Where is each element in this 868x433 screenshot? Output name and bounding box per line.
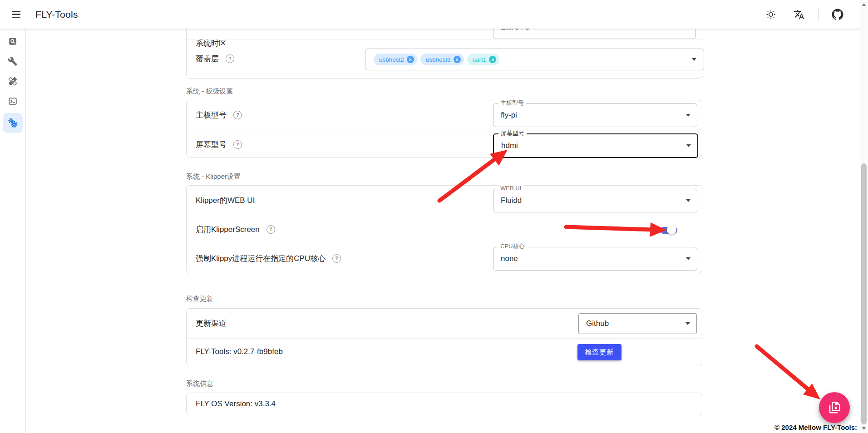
copyright-text: © 2024 Mellow FLY-Tools: [774,423,857,431]
section-system-info: 系统信息 [186,379,213,388]
healing-icon [8,76,18,86]
menu-icon[interactable] [7,5,25,24]
chip-close-icon[interactable]: × [454,56,461,63]
save-fab-button[interactable] [819,392,850,423]
help-icon[interactable]: ? [226,54,234,63]
terminal-icon [8,96,18,106]
chip-usbhost2[interactable]: usbhost2 × [374,54,417,65]
card-klipper-settings: Klipper的WEB UI WEB UI Fluidd 启用KlipperSc… [186,185,702,273]
board-model-label: 主板型号 [196,110,227,120]
cpu-core-select[interactable]: CPU核心 none [493,247,697,271]
chip-close-icon[interactable]: × [489,56,496,63]
sidebar-item-terminal[interactable] [3,91,23,111]
scrollbar-down-arrow[interactable] [862,427,866,430]
row-divider [187,215,702,215]
chevron-down-icon [692,58,696,61]
translate-icon[interactable] [790,5,808,24]
chevron-down-icon [686,199,690,202]
save-all-icon [827,400,842,415]
scrollbar-thumb[interactable] [861,163,867,424]
chip-close-icon[interactable]: × [407,56,414,63]
check-update-button[interactable]: 检查更新 [577,344,621,360]
scrollbar-up-arrow[interactable] [862,3,866,6]
row-divider [187,39,702,39]
overlay-label: 覆盖层 [196,54,219,64]
screen-model-select[interactable]: 屏幕型号 hdmi [493,133,698,158]
webui-select[interactable]: WEB UI Fluidd [493,189,697,212]
annotation-arrow-fab [757,346,810,391]
chevron-down-icon [686,114,690,117]
chip-uart1[interactable]: uart1 × [467,54,500,65]
appbar-divider [818,8,819,21]
help-icon[interactable]: ? [332,254,341,263]
sidebar [0,29,26,433]
section-klipper-settings: 系统 - Klipper设置 [186,172,241,181]
card-board-settings: 主板型号 ? 主板型号 fly-pi 屏幕型号 ? 屏幕型号 hdmi [186,100,702,157]
help-icon[interactable]: ? [233,111,242,119]
overlay-chips-field[interactable]: usbhost2 × usbhost3 × uart1 × [365,49,704,70]
chevron-down-icon [686,144,691,147]
screen-model-label: 屏幕型号 [196,139,227,150]
os-version-text: FLY OS Version: v3.3.4 [196,399,276,408]
wrench-icon [8,56,18,66]
klipperscreen-toggle-thumb[interactable] [667,225,676,235]
scrollbar [860,0,868,433]
card-update: 更新渠道 Github FLY-Tools: v0.2.7-fb9bfeb 检查… [186,308,702,366]
update-channel-label: 更新渠道 [196,318,227,329]
flytools-version-text: FLY-Tools: v0.2.7-fb9bfeb [196,347,283,356]
help-icon[interactable]: ? [233,140,242,149]
cpu-core-label: 强制Klippy进程运行在指定的CPU核心 [196,253,326,264]
fly-tools-settings-page: 系统时区 Etc/UTC 覆盖层 ? usbhost2 × usbhost3 ×… [0,0,868,433]
card-system-info: FLY OS Version: v3.3.4 [186,393,702,415]
chevron-down-icon [686,257,690,260]
row-divider [187,129,702,129]
section-board-settings: 系统 - 板级设置 [186,87,233,96]
file-search-icon [8,36,18,46]
row-divider [187,338,702,339]
theme-brightness-icon[interactable] [762,5,780,24]
sidebar-item-system-settings[interactable] [3,113,23,133]
chip-usbhost3[interactable]: usbhost3 × [420,54,464,65]
appbar: FLY-Tools [0,0,860,29]
section-check-update: 检查更新 [186,295,213,303]
webui-label: Klipper的WEB UI [196,195,255,206]
sidebar-item-tools[interactable] [3,51,23,71]
sidebar-item-healing[interactable] [3,71,23,91]
sidebar-item-file-search[interactable] [3,31,23,51]
update-channel-select[interactable]: Github [578,313,697,334]
settings-gears-icon [7,117,19,129]
github-icon[interactable] [829,5,847,24]
board-model-select[interactable]: 主板型号 fly-pi [493,103,697,127]
klipperscreen-label: 启用KlipperScreen [196,224,260,235]
row-divider [187,244,702,244]
help-icon[interactable]: ? [266,225,275,234]
chevron-down-icon [686,322,690,325]
app-title: FLY-Tools [35,9,78,20]
